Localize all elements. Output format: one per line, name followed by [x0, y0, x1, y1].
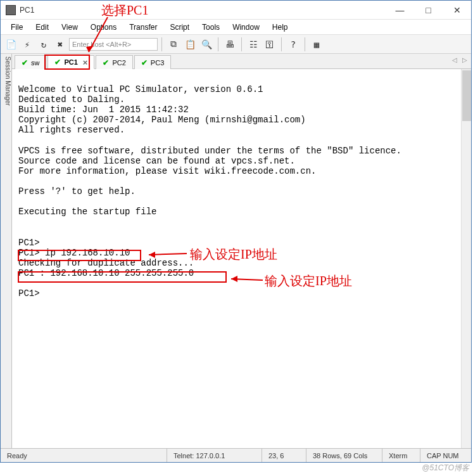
tab-scroll-left-icon[interactable]: ◁	[451, 56, 458, 63]
maximize-button[interactable]: □	[414, 1, 443, 20]
status-bar: Ready Telnet: 127.0.0.1 23, 6 38 Rows, 6…	[1, 448, 471, 462]
find-icon[interactable]: 🔍	[199, 37, 214, 52]
properties-icon[interactable]: ☷	[246, 37, 261, 52]
content-column: ✔ sw ✔ PC1 × ✔ PC2 ✔ PC3 ◁ ▷	[12, 54, 471, 448]
help-icon[interactable]: ?	[286, 37, 301, 52]
quick-connect-icon[interactable]: ⚡	[20, 37, 35, 52]
copy-icon[interactable]: ⧉	[166, 37, 181, 52]
print-icon[interactable]: 🖶	[222, 37, 237, 52]
watermark: @51CTO博客	[422, 463, 469, 473]
window-title: PC1	[20, 6, 34, 15]
menu-options[interactable]: Options	[85, 22, 122, 33]
tile-icon[interactable]: ▦	[309, 37, 324, 52]
menu-edit[interactable]: Edit	[30, 22, 54, 33]
window-controls: — □ ✕	[386, 1, 471, 20]
tab-pc1[interactable]: ✔ PC1 ×	[47, 55, 94, 69]
check-icon: ✔	[103, 58, 109, 67]
menu-view[interactable]: View	[56, 22, 83, 33]
tab-scroll-right-icon[interactable]: ▷	[461, 56, 469, 63]
app-window: PC1 — □ ✕ File Edit View Options Transfe…	[0, 0, 472, 463]
menu-window[interactable]: Window	[227, 22, 265, 33]
tab-bar: ✔ sw ✔ PC1 × ✔ PC2 ✔ PC3 ◁ ▷	[12, 54, 471, 69]
main-area: Session Manager ✔ sw ✔ PC1 × ✔ PC2 ✔	[1, 54, 471, 448]
app-icon	[6, 5, 16, 15]
status-size: 38 Rows, 69 Cols	[306, 449, 382, 462]
menu-transfer[interactable]: Transfer	[124, 22, 162, 33]
tab-pc2[interactable]: ✔ PC2	[96, 55, 132, 69]
close-button[interactable]: ✕	[443, 1, 471, 20]
status-cursor-pos: 23, 6	[262, 449, 306, 462]
toolbar: 📄 ⚡ ↻ ✖ Enter host <Alt+R> ⧉ 📋 🔍 🖶 ☷ ⚿ ?…	[1, 35, 471, 54]
status-term-type: Xterm	[382, 449, 420, 462]
disconnect-icon[interactable]: ✖	[53, 37, 68, 52]
menu-bar: File Edit View Options Transfer Script T…	[1, 20, 471, 35]
key-icon[interactable]: ⚿	[262, 37, 277, 52]
tab-label: sw	[31, 59, 39, 67]
check-icon: ✔	[141, 58, 148, 67]
toolbar-separator	[281, 37, 282, 51]
check-icon: ✔	[22, 58, 28, 67]
title-bar: PC1 — □ ✕	[1, 1, 471, 20]
terminal-output[interactable]: Welcome to Virtual PC Simulator, version…	[12, 69, 461, 448]
toolbar-separator	[161, 37, 162, 51]
menu-script[interactable]: Script	[165, 22, 194, 33]
menu-file[interactable]: File	[6, 22, 28, 33]
scrollbar-thumb[interactable]	[462, 70, 471, 121]
tab-nav: ◁ ▷	[451, 56, 469, 63]
tab-pc3[interactable]: ✔ PC3	[134, 55, 171, 69]
status-caps-num: CAP NUM	[420, 449, 471, 462]
menu-tools[interactable]: Tools	[197, 22, 225, 33]
status-telnet: Telnet: 127.0.0.1	[167, 449, 262, 462]
new-session-icon[interactable]: 📄	[3, 37, 18, 52]
terminal-wrap: Welcome to Virtual PC Simulator, version…	[12, 69, 471, 448]
session-manager-sidebar[interactable]: Session Manager	[1, 54, 12, 448]
tab-label: PC2	[112, 59, 125, 67]
vertical-scrollbar[interactable]	[461, 69, 471, 448]
tab-sw[interactable]: ✔ sw	[15, 55, 46, 69]
host-input[interactable]: Enter host <Alt+R>	[69, 38, 158, 51]
menu-help[interactable]: Help	[267, 22, 293, 33]
toolbar-separator	[241, 37, 242, 51]
reconnect-icon[interactable]: ↻	[36, 37, 51, 52]
tab-label: PC3	[151, 59, 164, 67]
toolbar-separator	[218, 37, 218, 51]
status-ready: Ready	[1, 449, 167, 462]
paste-icon[interactable]: 📋	[182, 37, 198, 52]
minimize-button[interactable]: —	[386, 1, 414, 20]
check-icon: ✔	[54, 58, 61, 67]
tab-label: PC1	[64, 58, 77, 66]
toolbar-separator	[305, 37, 305, 51]
tab-close-icon[interactable]: ×	[83, 58, 88, 67]
